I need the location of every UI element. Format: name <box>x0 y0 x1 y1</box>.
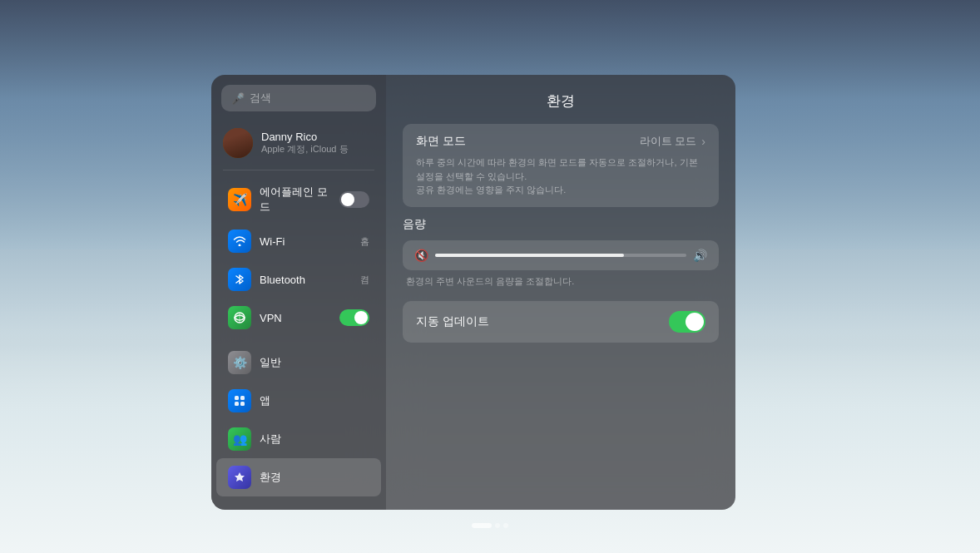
volume-high-icon: 🔊 <box>693 249 707 262</box>
panel-title: 환경 <box>403 91 719 111</box>
volume-low-icon: 🔇 <box>414 249 428 262</box>
env-icon <box>228 466 251 489</box>
chevron-right-icon: › <box>701 135 705 148</box>
right-panel: 환경 화면 모드 라이트 모드 › 하루 중의 시간에 따라 환경의 화면 모드… <box>386 75 735 510</box>
bluetooth-badge: 켬 <box>360 274 369 286</box>
general-icon: ⚙️ <box>228 351 251 374</box>
auto-update-toggle[interactable] <box>669 311 705 333</box>
bluetooth-label: Bluetooth <box>260 274 352 286</box>
svg-rect-3 <box>240 396 245 400</box>
auto-update-label: 지동 업데이트 <box>416 314 489 329</box>
volume-section: 음량 🔇 🔊 환경의 주변 사운드의 음량을 조절합니다. <box>403 217 719 288</box>
dot-3 <box>503 523 508 528</box>
svg-rect-2 <box>235 396 239 400</box>
screen-mode-value-group: 라이트 모드 › <box>640 134 705 149</box>
left-panel: 🎤 검색 Danny Rico Apple 계정, iCloud 등 ✈️ 에어… <box>211 75 386 510</box>
volume-desc: 환경의 주변 사운드의 음량을 조절합니다. <box>403 275 719 288</box>
sidebar-item-general[interactable]: ⚙️ 일반 <box>216 343 381 382</box>
auto-update-card[interactable]: 지동 업데이트 <box>403 301 719 343</box>
app-icon <box>228 389 251 412</box>
sidebar-item-bluetooth[interactable]: Bluetooth 켬 <box>216 260 381 299</box>
people-icon: 👥 <box>228 427 251 451</box>
search-bar[interactable]: 🎤 검색 <box>221 85 376 111</box>
sidebar-item-wifi[interactable]: Wi-Fi 홈 <box>216 222 381 260</box>
divider <box>223 170 374 170</box>
wifi-icon <box>228 230 251 253</box>
screen-mode-value: 라이트 모드 <box>640 134 697 149</box>
volume-fill <box>435 254 624 257</box>
dot-2 <box>495 523 500 528</box>
sidebar-item-app[interactable]: 앱 <box>216 382 381 420</box>
svg-rect-4 <box>235 402 239 406</box>
avatar <box>223 128 253 158</box>
volume-row[interactable]: 🔇 🔊 <box>403 240 719 270</box>
volume-track[interactable] <box>435 254 686 257</box>
wifi-badge: 홈 <box>360 235 369 248</box>
user-subtitle: Apple 계정, iCloud 등 <box>261 143 349 156</box>
volume-title: 음량 <box>403 217 719 232</box>
airplane-icon: ✈️ <box>228 188 251 211</box>
search-placeholder: 검색 <box>250 91 271 106</box>
env-label: 환경 <box>260 470 369 485</box>
sidebar-item-people[interactable]: 👥 사람 <box>216 420 381 458</box>
page-dots <box>472 523 508 528</box>
user-name: Danny Rico <box>261 131 349 143</box>
general-label: 일반 <box>260 355 369 370</box>
avatar-face <box>223 128 253 158</box>
user-info: Danny Rico Apple 계정, iCloud 등 <box>261 131 349 156</box>
bluetooth-icon <box>228 268 251 291</box>
airplane-label: 에어플레인 모드 <box>260 185 331 215</box>
sidebar-item-vpn[interactable]: VPN <box>216 299 381 337</box>
vpn-toggle[interactable] <box>339 309 369 326</box>
settings-window: 🎤 검색 Danny Rico Apple 계정, iCloud 등 ✈️ 에어… <box>211 75 769 510</box>
screen-mode-desc: 하루 중의 시간에 따라 환경의 화면 모드를 자동으로 조절하거나, 기본 설… <box>416 156 705 197</box>
user-section[interactable]: Danny Rico Apple 계정, iCloud 등 <box>211 121 386 170</box>
dot-1 <box>472 523 492 528</box>
mic-icon: 🎤 <box>231 92 245 105</box>
wifi-label: Wi-Fi <box>260 235 352 248</box>
screen-mode-card[interactable]: 화면 모드 라이트 모드 › 하루 중의 시간에 따라 환경의 화면 모드를 자… <box>403 124 719 207</box>
sidebar-item-airplane[interactable]: ✈️ 에어플레인 모드 <box>216 177 381 222</box>
screen-mode-label: 화면 모드 <box>416 134 466 149</box>
vpn-icon <box>228 306 251 329</box>
airplane-toggle[interactable] <box>339 191 369 208</box>
svg-rect-5 <box>240 402 245 406</box>
app-label: 앱 <box>260 393 369 408</box>
screen-mode-row: 화면 모드 라이트 모드 › <box>416 134 705 149</box>
vpn-label: VPN <box>260 312 331 324</box>
people-label: 사람 <box>260 432 369 447</box>
sidebar-item-environment[interactable]: 환경 <box>216 458 381 496</box>
